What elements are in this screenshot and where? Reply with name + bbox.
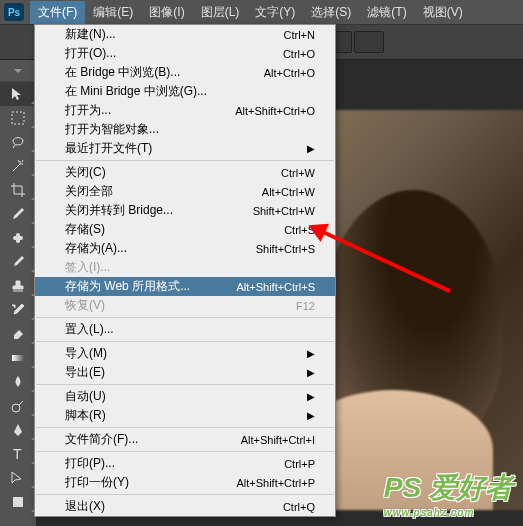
menu-item[interactable]: 在 Bridge 中浏览(B)...Alt+Ctrl+O xyxy=(35,63,335,82)
menu-item-shortcut: Ctrl+O xyxy=(283,48,315,60)
menu-item-label: 恢复(V) xyxy=(65,297,105,314)
menu-item[interactable]: 新建(N)...Ctrl+N xyxy=(35,25,335,44)
menu-file[interactable]: 文件(F) xyxy=(30,1,85,24)
tool-history-brush[interactable] xyxy=(0,298,36,322)
menu-item-label: 最近打开文件(T) xyxy=(65,140,152,157)
menu-item[interactable]: 打印一份(Y)Alt+Shift+Ctrl+P xyxy=(35,473,335,492)
menu-item[interactable]: 存储为(A)...Shift+Ctrl+S xyxy=(35,239,335,258)
file-menu-dropdown: 新建(N)...Ctrl+N打开(O)...Ctrl+O在 Bridge 中浏览… xyxy=(34,24,336,517)
menu-image[interactable]: 图像(I) xyxy=(141,1,192,24)
tool-type[interactable]: T xyxy=(0,442,36,466)
tool-stamp[interactable] xyxy=(0,274,36,298)
menu-item[interactable]: 导出(E)▶ xyxy=(35,363,335,382)
menu-item: 签入(I)... xyxy=(35,258,335,277)
menu-separator xyxy=(36,317,334,318)
app-logo: Ps xyxy=(4,3,24,21)
menu-item-label: 自动(U) xyxy=(65,388,106,405)
tool-dodge[interactable] xyxy=(0,394,36,418)
tool-path[interactable] xyxy=(0,466,36,490)
menu-item-label: 打开为智能对象... xyxy=(65,121,159,138)
menu-view[interactable]: 视图(V) xyxy=(415,1,471,24)
menu-item-shortcut: Alt+Shift+Ctrl+O xyxy=(235,105,315,117)
menu-item-shortcut: Alt+Shift+Ctrl+P xyxy=(236,477,315,489)
tool-eraser[interactable] xyxy=(0,322,36,346)
tool-move[interactable] xyxy=(0,82,36,106)
menu-item[interactable]: 文件简介(F)...Alt+Shift+Ctrl+I xyxy=(35,430,335,449)
menu-filter[interactable]: 滤镜(T) xyxy=(359,1,414,24)
menu-layer[interactable]: 图层(L) xyxy=(193,1,248,24)
tool-marquee[interactable] xyxy=(0,106,36,130)
svg-rect-6 xyxy=(13,497,23,507)
menu-item[interactable]: 置入(L)... xyxy=(35,320,335,339)
tool-lasso[interactable] xyxy=(0,130,36,154)
menu-item-shortcut: Alt+Shift+Ctrl+I xyxy=(241,434,315,446)
menu-item[interactable]: 在 Mini Bridge 中浏览(G)... xyxy=(35,82,335,101)
menu-separator xyxy=(36,160,334,161)
menu-item-shortcut: Alt+Ctrl+W xyxy=(262,186,315,198)
menu-item-shortcut: Shift+Ctrl+W xyxy=(253,205,315,217)
menu-item[interactable]: 关闭全部Alt+Ctrl+W xyxy=(35,182,335,201)
menu-item[interactable]: 打开为智能对象... xyxy=(35,120,335,139)
menu-item-shortcut: Shift+Ctrl+S xyxy=(256,243,315,255)
svg-rect-3 xyxy=(12,355,24,361)
distribute-icon[interactable] xyxy=(354,31,384,53)
tool-pen[interactable] xyxy=(0,418,36,442)
tool-wand[interactable] xyxy=(0,154,36,178)
menu-item-label: 存储为 Web 所用格式... xyxy=(65,278,190,295)
menu-item[interactable]: 打印(P)...Ctrl+P xyxy=(35,454,335,473)
menu-item[interactable]: 存储为 Web 所用格式...Alt+Shift+Ctrl+S xyxy=(35,277,335,296)
svg-text:T: T xyxy=(13,446,22,462)
menu-item-label: 脚本(R) xyxy=(65,407,106,424)
menu-edit[interactable]: 编辑(E) xyxy=(85,1,141,24)
menu-item-shortcut: Ctrl+N xyxy=(284,29,315,41)
menu-item[interactable]: 自动(U)▶ xyxy=(35,387,335,406)
menu-type[interactable]: 文字(Y) xyxy=(247,1,303,24)
menu-item[interactable]: 关闭并转到 Bridge...Shift+Ctrl+W xyxy=(35,201,335,220)
menu-item[interactable]: 存储(S)Ctrl+S xyxy=(35,220,335,239)
menu-select[interactable]: 选择(S) xyxy=(303,1,359,24)
menu-item-label: 关闭全部 xyxy=(65,183,113,200)
menu-item-shortcut: Alt+Shift+Ctrl+S xyxy=(236,281,315,293)
menu-item-label: 文件简介(F)... xyxy=(65,431,138,448)
menu-item-shortcut: Alt+Ctrl+O xyxy=(264,67,315,79)
menu-item-label: 退出(X) xyxy=(65,498,105,515)
tool-crop[interactable] xyxy=(0,178,36,202)
tool-blur[interactable] xyxy=(0,370,36,394)
tool-healing[interactable] xyxy=(0,226,36,250)
menu-item-shortcut: F12 xyxy=(296,300,315,312)
watermark: PS 爱好者 www.psahz.com xyxy=(384,469,513,518)
menu-item[interactable]: 退出(X)Ctrl+Q xyxy=(35,497,335,516)
menu-item-label: 导入(M) xyxy=(65,345,107,362)
menu-item[interactable]: 打开(O)...Ctrl+O xyxy=(35,44,335,63)
menu-item[interactable]: 打开为...Alt+Shift+Ctrl+O xyxy=(35,101,335,120)
menu-item-label: 签入(I)... xyxy=(65,259,110,276)
menu-item-shortcut: Ctrl+P xyxy=(284,458,315,470)
menu-item-label: 打开(O)... xyxy=(65,45,116,62)
tool-eyedropper[interactable] xyxy=(0,202,36,226)
menu-item-label: 置入(L)... xyxy=(65,321,114,338)
tool-gradient[interactable] xyxy=(0,346,36,370)
menu-item-label: 打印一份(Y) xyxy=(65,474,129,491)
menu-item-label: 新建(N)... xyxy=(65,26,116,43)
submenu-arrow-icon: ▶ xyxy=(307,410,315,421)
menu-separator xyxy=(36,494,334,495)
tool-brush[interactable] xyxy=(0,250,36,274)
menu-item[interactable]: 关闭(C)Ctrl+W xyxy=(35,163,335,182)
menu-item[interactable]: 导入(M)▶ xyxy=(35,344,335,363)
menu-item-label: 关闭并转到 Bridge... xyxy=(65,202,173,219)
menu-item-shortcut: Ctrl+W xyxy=(281,167,315,179)
submenu-arrow-icon: ▶ xyxy=(307,391,315,402)
menu-item-shortcut: Ctrl+Q xyxy=(283,501,315,513)
tool-shape[interactable] xyxy=(0,490,36,514)
menu-separator xyxy=(36,341,334,342)
menu-item-label: 关闭(C) xyxy=(65,164,106,181)
menu-item-label: 在 Mini Bridge 中浏览(G)... xyxy=(65,83,207,100)
menu-item-label: 导出(E) xyxy=(65,364,105,381)
submenu-arrow-icon: ▶ xyxy=(307,367,315,378)
menu-item[interactable]: 脚本(R)▶ xyxy=(35,406,335,425)
submenu-arrow-icon: ▶ xyxy=(307,143,315,154)
menu-item[interactable]: 最近打开文件(T)▶ xyxy=(35,139,335,158)
menu-separator xyxy=(36,451,334,452)
toolbox: T xyxy=(0,60,36,514)
toolbox-handle[interactable] xyxy=(0,60,35,82)
